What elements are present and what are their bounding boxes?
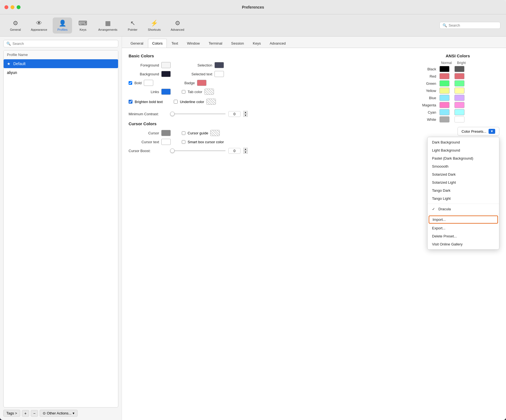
preset-dark-background[interactable]: Dark Background [428, 138, 499, 146]
contrast-value-input[interactable] [228, 111, 241, 117]
toolbar-item-general[interactable]: ⚙ General [6, 17, 25, 34]
preset-action-export[interactable]: Export... [428, 224, 499, 232]
preset-light-background[interactable]: Light Background [428, 146, 499, 154]
contrast-increment[interactable]: ▲ [243, 111, 248, 114]
tab-general[interactable]: General [126, 39, 147, 48]
sidebar: 🔍 Profile Name ★ Default aliyun [0, 37, 122, 420]
bold-checkbox[interactable] [129, 81, 132, 85]
contrast-stepper[interactable]: ▲ ▼ [243, 111, 248, 117]
badge-swatch[interactable] [197, 80, 206, 86]
add-profile-button[interactable]: + [22, 410, 29, 417]
preset-smooooth[interactable]: Smooooth [428, 162, 499, 170]
preset-tango-light[interactable]: Tango Light [428, 194, 499, 203]
tab-advanced[interactable]: Advanced [265, 39, 290, 48]
ansi-bright-cyan[interactable] [454, 109, 464, 115]
sidebar-search-icon: 🔍 [6, 42, 11, 46]
ansi-normal-cyan[interactable] [439, 109, 449, 115]
ansi-label-white: White [416, 117, 438, 122]
ansi-bright-magenta[interactable] [454, 102, 464, 108]
fullscreen-button[interactable] [17, 5, 21, 9]
toolbar-item-appearance[interactable]: 👁 Appearance [26, 17, 52, 34]
toolbar-item-advanced[interactable]: ⚙ Advanced [166, 17, 189, 34]
contrast-slider-track[interactable] [170, 113, 226, 114]
preset-pastel-dark[interactable]: Pastel (Dark Background) [428, 154, 499, 162]
selected-text-swatch[interactable] [214, 71, 224, 77]
toolbar-item-keys[interactable]: ⌨ Keys [73, 17, 93, 34]
ansi-bright-yellow[interactable] [454, 88, 464, 94]
profile-list-header: Profile Name [4, 50, 118, 59]
ansi-normal-white[interactable] [439, 116, 449, 122]
shortcuts-icon: ⚡ [150, 20, 158, 27]
toolbar-search-container[interactable]: 🔍 [439, 22, 500, 29]
tab-color-checkbox[interactable] [182, 90, 185, 94]
preset-solarized-dark[interactable]: Solarized Dark [428, 170, 499, 178]
cursor-swatch[interactable] [161, 130, 171, 136]
toolbar-item-profiles[interactable]: 👤 Profiles [53, 17, 72, 34]
tab-session[interactable]: Session [227, 39, 248, 48]
cursor-boost-increment[interactable]: ▲ [243, 148, 248, 151]
ansi-bright-black[interactable] [454, 66, 464, 72]
toolbar-item-arrangements[interactable]: ▦ Arrangements [94, 17, 122, 34]
ansi-normal-magenta[interactable] [439, 102, 449, 108]
cursor-text-swatch[interactable] [161, 139, 171, 145]
toolbar-item-shortcuts[interactable]: ⚡ Shortcuts [144, 17, 165, 34]
cursor-boost-stepper[interactable]: ▲ ▼ [243, 148, 248, 154]
bold-swatch[interactable] [144, 80, 153, 86]
cursor-guide-swatch[interactable] [210, 130, 220, 136]
ansi-normal-blue[interactable] [439, 95, 449, 101]
contrast-slider-thumb[interactable] [170, 112, 175, 116]
cursor-boost-value-input[interactable] [228, 148, 241, 154]
tab-terminal[interactable]: Terminal [205, 39, 226, 48]
tags-button[interactable]: Tags > [3, 410, 20, 417]
preset-action-delete[interactable]: Delete Preset... [428, 232, 499, 240]
cursor-boost-decrement[interactable]: ▼ [243, 151, 248, 154]
cursor-colors-section: Cursor Colors Cursor Cursor guide [129, 121, 410, 154]
links-swatch[interactable] [161, 89, 171, 95]
preset-dracula[interactable]: Dracula [428, 205, 499, 213]
tab-window[interactable]: Window [183, 39, 204, 48]
tab-colors[interactable]: Colors [148, 39, 167, 48]
tab-color-swatch[interactable] [205, 89, 214, 95]
cursor-guide-checkbox[interactable] [182, 131, 185, 135]
color-presets-button[interactable]: Color Presets... ▼ [458, 127, 499, 136]
tab-text[interactable]: Text [167, 39, 182, 48]
remove-profile-button[interactable]: − [31, 410, 38, 417]
background-row: Background [129, 71, 171, 77]
ansi-bright-white[interactable] [454, 116, 464, 122]
underline-color-swatch[interactable] [206, 99, 216, 105]
preset-action-gallery[interactable]: Visit Online Gallery [428, 240, 499, 248]
preset-action-import[interactable]: Import... [429, 216, 498, 224]
other-actions-button[interactable]: ⊙ Other Actions... ▾ [40, 410, 78, 417]
ansi-normal-black[interactable] [439, 66, 449, 72]
close-button[interactable] [4, 5, 8, 9]
contrast-decrement[interactable]: ▼ [243, 114, 248, 117]
sidebar-search-input[interactable] [12, 42, 115, 46]
foreground-swatch[interactable] [161, 62, 171, 68]
sidebar-search-container[interactable]: 🔍 [3, 40, 118, 47]
ansi-normal-green[interactable] [439, 80, 449, 86]
ansi-bright-red[interactable] [454, 73, 464, 79]
cursor-boost-slider-track[interactable] [170, 150, 226, 151]
ansi-row-black: Black [416, 66, 499, 72]
selection-swatch[interactable] [214, 62, 224, 68]
profile-item-default[interactable]: ★ Default [4, 59, 118, 68]
underline-color-checkbox[interactable] [174, 100, 178, 104]
ansi-normal-red[interactable] [439, 73, 449, 79]
toolbar-search-input[interactable] [449, 23, 497, 27]
ansi-row-blue: Blue [416, 95, 499, 101]
ansi-label-black: Black [416, 67, 438, 71]
bold-label: Bold [134, 81, 142, 85]
tab-keys[interactable]: Keys [249, 39, 265, 48]
cursor-boost-slider-thumb[interactable] [170, 148, 175, 153]
brighten-bold-checkbox[interactable] [129, 100, 132, 104]
preset-solarized-light[interactable]: Solarized Light [428, 178, 499, 186]
toolbar-item-pointer[interactable]: ↖ Pointer [123, 17, 142, 34]
ansi-normal-yellow[interactable] [439, 88, 449, 94]
ansi-bright-green[interactable] [454, 80, 464, 86]
minimize-button[interactable] [11, 5, 14, 9]
background-swatch[interactable] [161, 71, 171, 77]
smart-box-checkbox[interactable] [182, 140, 185, 144]
preset-tango-dark[interactable]: Tango Dark [428, 186, 499, 194]
ansi-bright-blue[interactable] [454, 95, 464, 101]
profile-item-aliyun[interactable]: aliyun [4, 68, 118, 77]
